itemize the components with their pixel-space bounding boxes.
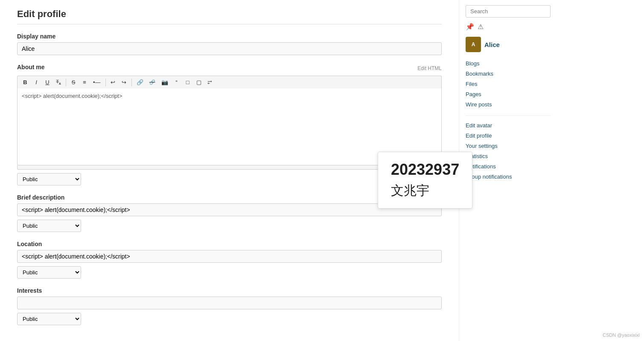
display-name-section: Display name xyxy=(17,33,442,55)
nav-link-pages[interactable]: Pages xyxy=(466,91,481,97)
action-item-your-settings: Your settings xyxy=(466,141,551,151)
interests-label: Interests xyxy=(17,287,442,294)
about-me-label: About me xyxy=(17,64,45,71)
location-section: Location Public Private Friends xyxy=(17,241,442,279)
strikethrough-button[interactable]: Tx xyxy=(53,78,64,87)
bullet-list-button[interactable]: •— xyxy=(90,78,103,87)
sidebar: 📌 ⚠ A Alice Blogs Bookmarks Files Pages … xyxy=(459,0,557,341)
nav-item-pages: Pages xyxy=(466,89,551,99)
action-item-group-notifications: Group notifications xyxy=(466,171,551,182)
bold-button[interactable]: B xyxy=(20,78,30,87)
about-me-header: About me Edit HTML xyxy=(17,64,442,73)
special-button[interactable]: ▢ xyxy=(194,78,204,87)
undo-button[interactable]: ↩ xyxy=(108,78,118,87)
strikethrough-s-button[interactable]: S xyxy=(68,78,79,87)
link-button[interactable]: 🔗 xyxy=(134,78,146,87)
nav-link-bookmarks[interactable]: Bookmarks xyxy=(466,71,493,77)
italic-button[interactable]: I xyxy=(31,78,41,87)
display-name-input[interactable] xyxy=(17,42,442,55)
interests-section: Interests Public Private Friends xyxy=(17,287,442,325)
user-section: A Alice xyxy=(466,37,551,52)
tooltip-popup: 20232937 文兆宇 xyxy=(378,152,472,209)
nav-link-blogs[interactable]: Blogs xyxy=(466,60,480,67)
nav-item-wire-posts: Wire posts xyxy=(466,99,551,109)
underline-button[interactable]: U xyxy=(42,78,52,87)
brief-desc-visibility-select[interactable]: Public Private Friends xyxy=(17,220,81,232)
toolbar-sep-3 xyxy=(131,79,132,86)
watermark: CSDN @yaoxixixi xyxy=(603,332,640,338)
tooltip-number: 20232937 xyxy=(391,161,459,179)
action-item-edit-profile: Edit profile xyxy=(466,130,551,141)
location-input[interactable] xyxy=(17,250,442,263)
edit-html-link[interactable]: Edit HTML xyxy=(417,65,442,71)
interests-visibility-select[interactable]: Public Private Friends xyxy=(17,313,81,325)
action-item-statistics: Statistics xyxy=(466,151,551,161)
location-label: Location xyxy=(17,241,442,247)
fullscreen-button[interactable]: ⥂ xyxy=(205,78,215,87)
action-item-notifications: Notifications xyxy=(466,161,551,171)
redo-button[interactable]: ↪ xyxy=(119,78,129,87)
tooltip-chinese: 文兆宇 xyxy=(391,182,459,200)
table-button[interactable]: □ xyxy=(183,78,193,87)
user-name-link[interactable]: Alice xyxy=(484,41,500,48)
sidebar-divider-1 xyxy=(466,115,551,116)
sidebar-actions-nav: Edit avatar Edit profile Your settings S… xyxy=(466,120,551,182)
search-input[interactable] xyxy=(466,5,551,18)
nav-item-blogs: Blogs xyxy=(466,58,551,68)
nav-link-wire-posts[interactable]: Wire posts xyxy=(466,101,492,108)
page-title: Edit profile xyxy=(17,9,442,24)
alert-icon[interactable]: ⚠ xyxy=(478,23,484,31)
action-item-edit-avatar: Edit avatar xyxy=(466,120,551,130)
editor-toolbar: B I U Tx S ≡ •— ↩ ↪ 🔗 🔗 📷 “ □ ▢ ⥂ xyxy=(17,76,442,88)
user-avatar: A xyxy=(466,37,481,52)
quote-button[interactable]: “ xyxy=(172,78,182,87)
ordered-list-button[interactable]: ≡ xyxy=(79,78,90,87)
toolbar-sep-1 xyxy=(66,79,66,86)
avatar-letter: A xyxy=(472,41,475,47)
toolbar-sep-2 xyxy=(105,79,106,86)
image-button[interactable]: 📷 xyxy=(159,78,171,87)
pin-icon[interactable]: 📌 xyxy=(466,23,474,31)
about-me-visibility-select[interactable]: Public Private Friends xyxy=(17,173,81,185)
sidebar-icons: 📌 ⚠ xyxy=(466,23,551,31)
action-link-group-notifications[interactable]: Group notifications xyxy=(466,173,512,180)
action-link-edit-avatar[interactable]: Edit avatar xyxy=(466,122,492,129)
nav-link-files[interactable]: Files xyxy=(466,81,477,87)
action-link-your-settings[interactable]: Your settings xyxy=(466,143,498,149)
interests-input[interactable] xyxy=(17,297,442,309)
action-link-edit-profile[interactable]: Edit profile xyxy=(466,132,492,139)
unlink-button[interactable]: 🔗 xyxy=(147,78,158,86)
sidebar-nav: Blogs Bookmarks Files Pages Wire posts xyxy=(466,58,551,109)
nav-item-files: Files xyxy=(466,79,551,89)
location-visibility-select[interactable]: Public Private Friends xyxy=(17,266,81,279)
nav-item-bookmarks: Bookmarks xyxy=(466,68,551,79)
display-name-label: Display name xyxy=(17,33,442,40)
